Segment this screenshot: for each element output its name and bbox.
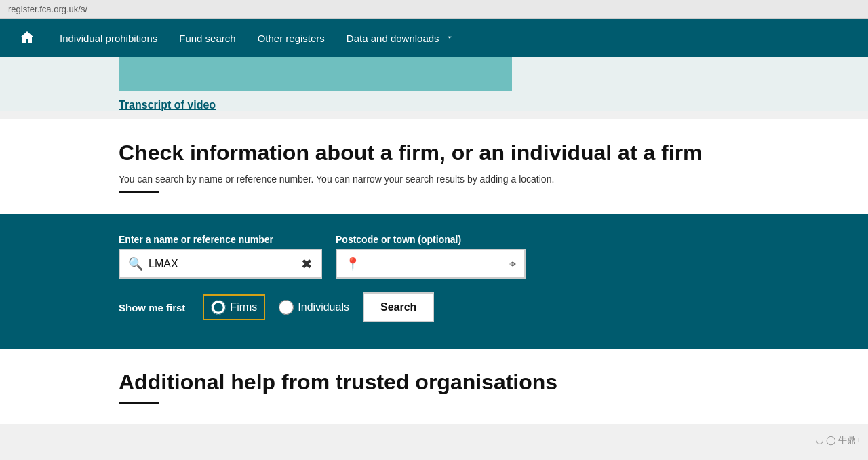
nav-item-other-registers[interactable]: Other registers (247, 20, 336, 56)
video-thumbnail (119, 57, 512, 91)
search-button[interactable]: Search (363, 292, 434, 322)
nav-item-individual-prohibitions[interactable]: Individual prohibitions (49, 20, 168, 56)
video-area: Transcript of video (0, 57, 868, 111)
search-section: Enter a name or reference number 🔍 ✖ Pos… (0, 214, 868, 349)
nav-link-fund-search[interactable]: Fund search (168, 20, 246, 56)
firms-radio-option[interactable]: Firms (203, 294, 265, 320)
individuals-radio-input[interactable] (279, 300, 294, 315)
additional-title: Additional help from trusted organisatio… (119, 370, 749, 395)
individuals-radio-label: Individuals (298, 301, 349, 313)
url-text: register.fca.org.uk/s/ (8, 4, 87, 14)
search-fields-row: Enter a name or reference number 🔍 ✖ Pos… (119, 234, 749, 279)
firms-radio-label: Firms (230, 301, 257, 313)
clear-input-icon[interactable]: ✖ (301, 256, 313, 272)
name-field-label: Enter a name or reference number (119, 234, 322, 245)
home-button[interactable] (14, 24, 41, 53)
transcript-link[interactable]: Transcript of video (119, 99, 749, 111)
location-search-input[interactable] (360, 258, 509, 270)
nav-link-other-registers[interactable]: Other registers (247, 20, 336, 56)
nav-item-fund-search[interactable]: Fund search (168, 20, 246, 56)
location-target-icon[interactable]: ⌖ (509, 257, 516, 271)
location-field-label: Postcode or town (optional) (336, 234, 526, 245)
nav-links-list: Individual prohibitions Fund search Othe… (49, 20, 465, 56)
show-me-row: Show me first Firms Individuals Search (119, 292, 749, 322)
nav-link-data-downloads[interactable]: Data and downloads (336, 20, 465, 56)
nav-item-data-and-downloads[interactable]: Data and downloads (336, 20, 465, 56)
nav-link-data-downloads-label: Data and downloads (347, 33, 439, 44)
firms-radio-input[interactable] (211, 300, 226, 315)
name-search-input[interactable] (149, 258, 298, 270)
search-icon: 🔍 (128, 256, 143, 271)
name-input-wrapper: 🔍 ✖ (119, 249, 322, 279)
title-underline (119, 191, 159, 193)
additional-underline (119, 402, 159, 404)
nav-link-individual-prohibitions[interactable]: Individual prohibitions (49, 20, 168, 56)
individuals-radio-option[interactable]: Individuals (279, 300, 349, 315)
page-subtitle: You can search by name or reference numb… (119, 174, 749, 185)
browser-url-bar: register.fca.org.uk/s/ (0, 0, 868, 19)
page-title: Check information about a firm, or an in… (119, 140, 749, 166)
location-field-group: Postcode or town (optional) 📍 ⌖ (336, 234, 526, 279)
main-nav: Individual prohibitions Fund search Othe… (0, 19, 868, 57)
additional-section: Additional help from trusted organisatio… (0, 349, 868, 424)
main-content-section: Check information about a firm, or an in… (0, 119, 868, 214)
show-me-label: Show me first (119, 302, 185, 313)
name-field-group: Enter a name or reference number 🔍 ✖ (119, 234, 322, 279)
location-pin-icon: 📍 (345, 256, 360, 271)
location-input-wrapper: 📍 ⌖ (336, 249, 526, 279)
